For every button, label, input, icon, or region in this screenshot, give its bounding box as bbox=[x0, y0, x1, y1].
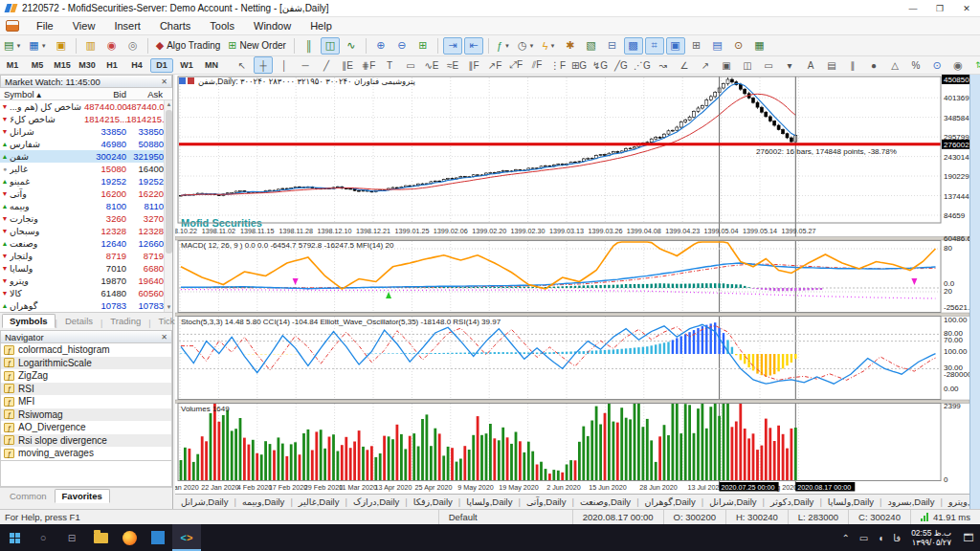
timeframe-H1[interactable]: H1 bbox=[100, 58, 123, 73]
tool-channel[interactable]: ∥ bbox=[843, 56, 862, 74]
market-watch-row[interactable]: ● غالیر 15080 16400 bbox=[0, 163, 172, 175]
tool-angle[interactable]: ∠ bbox=[675, 56, 694, 74]
market-watch-header[interactable]: Market Watch: 11:45:00 ✕ bbox=[0, 75, 172, 88]
navigator-toggle-button[interactable]: ◉ bbox=[102, 37, 122, 55]
navigator-tab-common[interactable]: Common bbox=[2, 489, 55, 503]
tool-fibo-timezones[interactable]: ⋮F bbox=[548, 56, 568, 74]
navigator-item[interactable]: ƒcolormacd_histogram bbox=[1, 343, 171, 357]
timeframe-H4[interactable]: H4 bbox=[125, 58, 148, 73]
navigator-item[interactable]: ƒRsi slope divergence bbox=[1, 434, 171, 448]
refresh-button[interactable]: ▣ bbox=[52, 37, 71, 55]
timeframe-M1[interactable]: M1 bbox=[1, 58, 24, 73]
tool-andrews-pitchfork[interactable]: ⋰G bbox=[633, 56, 652, 74]
tool-button-object[interactable]: ▭ bbox=[759, 56, 778, 74]
market-watch-row[interactable]: ▲ وصنعت 12640 12660 bbox=[0, 237, 172, 250]
market-watch-row[interactable]: ▼ ولساپا 7010 6680 bbox=[0, 262, 172, 275]
tool-crosshair[interactable]: ┼ bbox=[254, 56, 273, 74]
terminal-toggle-button[interactable]: ◎ bbox=[123, 37, 143, 55]
chart-tab[interactable]: شرانل,Daily bbox=[175, 496, 234, 507]
vscode-icon[interactable] bbox=[144, 524, 172, 551]
menu-insert[interactable]: Insert bbox=[104, 18, 150, 33]
tool-percent[interactable]: % bbox=[906, 56, 925, 74]
tool-polyline[interactable]: ↝ bbox=[654, 56, 673, 74]
chart-tab[interactable]: غالیر,Daily bbox=[293, 496, 345, 507]
tool-event-flag[interactable]: ▤ bbox=[822, 56, 841, 74]
chart-tab[interactable]: ولساپا,Daily bbox=[822, 496, 880, 507]
tool-equidistant-channel[interactable]: ∥E bbox=[338, 56, 357, 74]
depth-of-market-button[interactable]: ⌗ bbox=[645, 37, 664, 55]
tool-fibo-expansion[interactable]: ⤢F bbox=[506, 56, 525, 74]
chart-tab[interactable]: وآتی,Daily bbox=[521, 496, 572, 507]
tool-gann-grid[interactable]: ⊞G bbox=[569, 56, 589, 74]
navigator-item[interactable]: ƒAO_Divergence bbox=[1, 421, 171, 434]
chart-gallery-button[interactable]: ▣ bbox=[666, 37, 685, 55]
market-watch-row[interactable]: ▲ شفن 300240 321950 bbox=[0, 150, 172, 163]
market-watch-columns[interactable]: Symbol ▴ Bid Ask bbox=[0, 88, 172, 100]
tool-gann-line[interactable]: ╱G bbox=[612, 56, 631, 74]
tool-elliott-impulse[interactable]: ∿E bbox=[422, 56, 441, 74]
chart-shift-button[interactable]: ⇤ bbox=[464, 37, 483, 55]
tool-fibo-fan[interactable]: ∥F bbox=[464, 56, 483, 74]
column-ask[interactable]: Ask bbox=[126, 89, 165, 99]
tool-horizontal-line[interactable]: ─ bbox=[296, 56, 315, 74]
timeframe-D1[interactable]: D1 bbox=[150, 58, 173, 73]
search-toolbar-icon[interactable]: ⊙ bbox=[927, 56, 947, 74]
menu-help[interactable]: Help bbox=[301, 18, 342, 33]
system-clock[interactable]: 02:55 ب.ظ ۱۳۹۹/۰۵/۲۷ bbox=[905, 528, 957, 547]
chart-tab[interactable]: درازک,Daily bbox=[347, 496, 405, 507]
status-segment-0[interactable]: Default bbox=[438, 510, 572, 524]
market-watch-row[interactable]: ▼ وآتی 16200 16220 bbox=[0, 187, 172, 200]
tile2-button[interactable]: ⊞ bbox=[687, 37, 706, 55]
account-icon[interactable]: ◉ bbox=[948, 56, 968, 74]
market-watch-row[interactable]: ▼ وپترو 19870 19640 bbox=[0, 275, 172, 287]
market-watch-row[interactable]: ▼ شرانل 33850 33850 bbox=[0, 125, 172, 138]
language-indicator[interactable]: فا bbox=[888, 533, 905, 543]
navigator-header[interactable]: Navigator ✕ bbox=[0, 330, 172, 343]
new-order-button[interactable]: ⊞New Order bbox=[225, 37, 289, 55]
menu-charts[interactable]: Charts bbox=[150, 18, 200, 33]
scroll-up-icon[interactable]: ▲ bbox=[165, 100, 172, 109]
tool-rectangle[interactable]: ▭ bbox=[401, 56, 420, 74]
auto-scroll-button[interactable]: ⇥ bbox=[443, 37, 462, 55]
chart-tab[interactable]: زفکا,Daily bbox=[408, 496, 458, 507]
window-split-button[interactable]: ⊟ bbox=[603, 37, 622, 55]
timeframe-W1[interactable]: W1 bbox=[175, 58, 198, 73]
chart-tab[interactable]: وپترو,Daily bbox=[943, 496, 969, 507]
candle-chart-button[interactable]: ◫ bbox=[321, 37, 340, 55]
maximize-button[interactable]: ❐ bbox=[926, 0, 953, 17]
navigator-item[interactable]: ƒMFI bbox=[1, 395, 171, 408]
close-button[interactable]: ✕ bbox=[953, 0, 980, 17]
tool-fibo-channel[interactable]: ⫽F bbox=[527, 56, 546, 74]
firefox-icon[interactable] bbox=[115, 524, 144, 551]
file-explorer-icon[interactable] bbox=[86, 524, 115, 551]
tile-windows-button[interactable]: ⊞ bbox=[413, 37, 433, 55]
chart-area[interactable]: 4013693485842957992430141902291374448465… bbox=[175, 75, 969, 509]
network-icon[interactable]: ▭ bbox=[855, 533, 873, 543]
tool-fibo-retracement[interactable]: ⋕F bbox=[359, 56, 378, 74]
tool-rectangle-shape[interactable]: ▣ bbox=[717, 56, 736, 74]
market-watch-row[interactable]: ▲ شفارس 46980 50880 bbox=[0, 138, 172, 150]
navigator-item[interactable]: ƒLogarithmicScale bbox=[1, 357, 171, 370]
tool-trendline[interactable]: ╱ bbox=[317, 56, 336, 74]
tool-triangle[interactable]: △ bbox=[885, 56, 904, 74]
print-preview-button[interactable]: ⊙ bbox=[729, 37, 748, 55]
line-chart-button[interactable]: ∿ bbox=[342, 37, 361, 55]
tool-text-label[interactable]: T bbox=[380, 56, 399, 74]
export-button[interactable]: ▦ bbox=[750, 37, 769, 55]
column-bid[interactable]: Bid bbox=[84, 89, 126, 99]
scroll-down-icon[interactable]: ▼ bbox=[165, 303, 172, 312]
market-watch-scrollbar[interactable]: ▲ ▼ bbox=[164, 100, 172, 312]
navigator-item[interactable]: ƒRsiwomag bbox=[1, 408, 171, 422]
start-button[interactable] bbox=[0, 524, 29, 551]
tool-gann-fan[interactable]: ↯G bbox=[590, 56, 610, 74]
market-watch-tab-symbols[interactable]: Symbols bbox=[2, 314, 56, 328]
tool-elliott-correction[interactable]: ≈E bbox=[443, 56, 462, 74]
metatrader-taskbar-icon[interactable]: <> bbox=[172, 524, 201, 551]
profiles-button[interactable]: ▦▼ bbox=[26, 37, 49, 55]
chart-tab[interactable]: گوهران,Daily bbox=[639, 496, 702, 507]
menu-window[interactable]: Window bbox=[244, 18, 301, 33]
chart-tab[interactable]: وصنعت,Daily bbox=[574, 496, 636, 507]
new-chart-button[interactable]: ▤▼ bbox=[1, 37, 24, 55]
market-watch-tab-trading[interactable]: Trading bbox=[102, 314, 148, 328]
navigator-item[interactable]: ƒmoving_averages bbox=[1, 447, 171, 460]
